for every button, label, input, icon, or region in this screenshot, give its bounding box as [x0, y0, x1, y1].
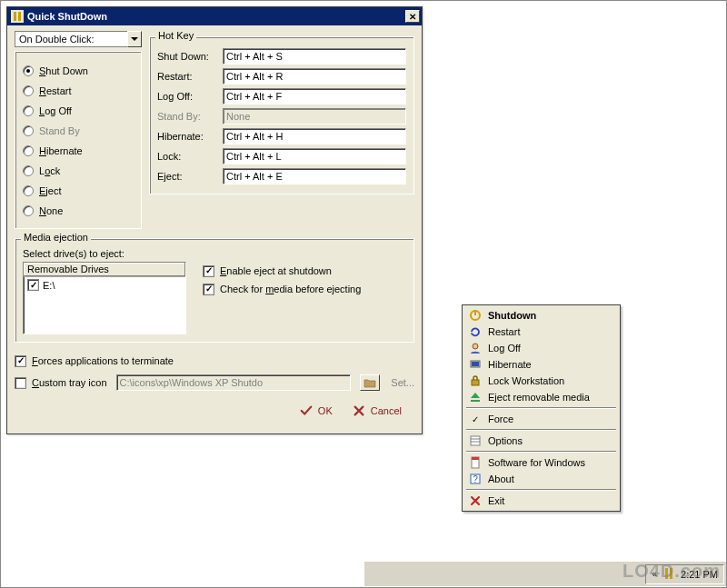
svg-rect-1 — [18, 12, 21, 21]
hotkey-input-restart[interactable]: Ctrl + Alt + R — [223, 68, 406, 85]
radio-label: Shut Down — [39, 65, 88, 76]
radio-label: None — [39, 205, 63, 216]
hotkey-input-hibernate[interactable]: Ctrl + Alt + H — [223, 128, 406, 145]
radio-label: Stand By — [39, 125, 80, 136]
ctx-label: Exit — [488, 495, 504, 506]
custom-tray-icon-checkbox[interactable]: Custom tray icon C:\icons\xp\Windows XP … — [15, 374, 414, 392]
hotkey-row-standby: Stand By: None — [157, 106, 406, 126]
enable-eject-checkbox[interactable]: Enable eject at shutdown — [203, 262, 406, 280]
ctx-item-options[interactable]: Options — [464, 433, 618, 449]
restart-icon — [468, 324, 483, 339]
force-terminate-checkbox[interactable]: Forces applications to terminate — [15, 352, 414, 370]
drive-item[interactable]: E:\ — [24, 277, 185, 293]
hotkey-label: Restart: — [157, 71, 223, 82]
ctx-item-hibernate[interactable]: Hibernate — [464, 356, 618, 373]
media-legend: Media ejection — [21, 232, 91, 243]
radio-label: Log Off — [39, 105, 72, 116]
checkbox-icon[interactable] — [27, 279, 39, 291]
cancel-label: Cancel — [371, 405, 402, 416]
radio-icon — [23, 65, 34, 76]
ctx-label: Lock Workstation — [488, 375, 564, 386]
radio-icon — [23, 185, 34, 196]
check-media-checkbox[interactable]: Check for media before ejecting — [203, 280, 406, 298]
hotkey-input-logoff[interactable]: Ctrl + Alt + F — [223, 88, 406, 105]
watermark: LO4D.com — [622, 561, 721, 582]
titlebar[interactable]: Quick ShutDown ✕ — [7, 7, 422, 25]
checkbox-label: Custom tray icon — [32, 377, 107, 388]
checkbox-icon[interactable] — [15, 377, 26, 389]
checkbox-icon[interactable] — [203, 265, 214, 277]
ctx-label: Shutdown — [488, 310, 536, 321]
dialog-body: On Double Click: Shut Down Restart Log O… — [7, 25, 422, 434]
radio-none[interactable]: None — [23, 201, 134, 221]
checkbox-icon[interactable] — [15, 355, 26, 367]
ctx-item-force[interactable]: ✓ Force — [464, 411, 618, 427]
quick-shutdown-dialog: Quick ShutDown ✕ On Double Click: Shut D… — [6, 6, 423, 434]
cancel-button[interactable]: Cancel — [353, 404, 402, 417]
ctx-item-restart[interactable]: Restart — [464, 324, 618, 340]
hotkey-input-shutdown[interactable]: Ctrl + Alt + S — [223, 48, 406, 65]
page-icon — [468, 455, 483, 470]
shutdown-icon — [468, 308, 483, 323]
radio-stand-by: Stand By — [23, 121, 134, 141]
hotkey-input-lock[interactable]: Ctrl + Alt + L — [223, 148, 406, 164]
radio-hibernate[interactable]: Hibernate — [23, 141, 134, 161]
hotkey-input-eject[interactable]: Ctrl + Alt + E — [223, 168, 406, 184]
checkbox-label: Forces applications to terminate — [32, 355, 174, 366]
ctx-item-about[interactable]: ? About — [464, 471, 618, 487]
double-click-combo[interactable]: On Double Click: — [15, 31, 142, 47]
svg-rect-7 — [472, 380, 479, 385]
media-ejection-group: Media ejection Select drive(s) to eject:… — [15, 238, 414, 343]
ok-button[interactable]: OK — [300, 404, 333, 417]
hotkey-input-standby: None — [223, 108, 406, 125]
icon-path-field: C:\icons\xp\Windows XP Shutdo — [116, 374, 352, 391]
set-link: Set... — [391, 377, 414, 388]
svg-point-4 — [473, 344, 478, 349]
ctx-item-lock[interactable]: Lock Workstation — [464, 373, 618, 389]
ctx-item-eject[interactable]: Eject removable media — [464, 389, 618, 405]
hotkey-label: Hibernate: — [157, 131, 223, 142]
radio-restart[interactable]: Restart — [23, 81, 134, 101]
hotkey-row-eject: Eject: Ctrl + Alt + E — [157, 166, 406, 186]
lock-icon — [468, 374, 483, 388]
close-button[interactable]: ✕ — [405, 10, 420, 23]
radio-icon — [23, 205, 34, 216]
drive-list[interactable]: Removable Drives E:\ — [23, 262, 186, 334]
radio-label: Hibernate — [39, 145, 83, 156]
hotkey-legend: Hot Key — [155, 30, 196, 41]
radio-label: Lock — [39, 165, 60, 176]
options-icon — [468, 434, 483, 448]
drive-label: E:\ — [43, 280, 55, 291]
drive-list-header[interactable]: Removable Drives — [24, 263, 185, 277]
hotkey-group: Hot Key Shut Down: Ctrl + Alt + S Restar… — [149, 36, 414, 194]
checkbox-icon[interactable] — [203, 284, 214, 295]
close-icon — [353, 404, 365, 417]
radio-eject[interactable]: Eject — [23, 181, 134, 201]
radio-icon — [23, 85, 34, 96]
radio-label: Eject — [39, 185, 61, 196]
app-icon — [11, 10, 24, 23]
hibernate-icon — [468, 357, 483, 372]
radio-log-off[interactable]: Log Off — [23, 101, 134, 121]
ctx-item-shutdown[interactable]: Shutdown — [464, 307, 618, 324]
ctx-item-software-link[interactable]: Software for Windows — [464, 454, 618, 471]
ctx-label: Options — [488, 435, 523, 446]
double-click-column: On Double Click: Shut Down Restart Log O… — [15, 31, 142, 229]
radio-lock[interactable]: Lock — [23, 161, 134, 181]
ok-label: OK — [318, 405, 333, 416]
ctx-separator — [466, 407, 616, 409]
ctx-item-logoff[interactable]: Log Off — [464, 340, 618, 356]
svg-rect-9 — [471, 436, 480, 445]
double-click-group: Shut Down Restart Log Off Stand By — [15, 51, 142, 229]
radio-label: Restart — [39, 85, 71, 96]
svg-rect-6 — [472, 362, 479, 366]
hotkey-row-hibernate: Hibernate: Ctrl + Alt + H — [157, 126, 406, 146]
hotkey-label: Lock: — [157, 151, 223, 162]
help-icon: ? — [468, 472, 483, 486]
hotkey-label: Log Off: — [157, 91, 223, 102]
radio-shut-down[interactable]: Shut Down — [23, 61, 134, 81]
radio-icon — [23, 165, 34, 176]
ctx-item-exit[interactable]: Exit — [464, 493, 618, 509]
ctx-separator — [466, 489, 616, 491]
chevron-down-icon[interactable] — [127, 31, 142, 47]
